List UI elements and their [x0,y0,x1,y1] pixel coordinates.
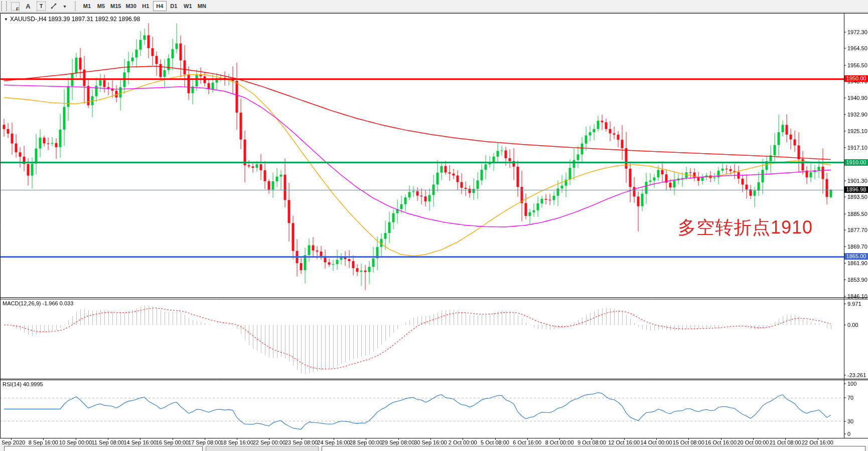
collapse-triangle-icon[interactable]: ▼ [4,17,8,22]
chart-tab-3[interactable] [322,446,865,451]
price-tick-label: 1893.50 [847,194,867,200]
macd-header: MACD(12,26,9) -1.966 0.033 [3,300,73,306]
price-tick-label: 1940.90 [847,95,867,101]
chart-tab-2[interactable] [206,446,319,451]
price-tick-label: 1925.10 [847,128,867,134]
price-tick-label: 1956.50 [847,62,867,68]
date-axis-label: 30 Sep 16:00 [414,439,447,445]
price-line-box-1950.00[interactable]: 1950.00 [844,75,868,82]
date-axis-label: 28 Sep 00:00 [350,439,382,445]
annotation-text[interactable]: 多空转折点1910 [678,215,813,240]
chart-title: ▼XAUUSD-,H4 1893.39 1897.31 1892.92 1896… [4,16,140,23]
date-axis-label: 22 Oct 16:00 [802,439,833,445]
date-axis-label: 16 Sep 00:00 [156,439,189,445]
rsi-tick-label: 0 [847,431,850,437]
macd-tick-label: 0.00 [847,322,858,328]
date-axis-label: 18 Sep 16:00 [220,439,253,445]
price-tick-label: 1861.90 [847,260,867,266]
price-line-box-1865.00[interactable]: 1865.00 [844,253,868,260]
date-axis-label: 16 Oct 16:00 [705,439,737,445]
price-tick-label: 1869.70 [847,244,867,250]
date-axis-label: 8 Oct 00:00 [545,439,574,445]
date-axis-label: 14 Oct 00:00 [641,439,672,445]
date-axis-label: 5 Oct 08:00 [481,439,509,445]
date-axis-label: 14 Sep 16:00 [123,439,156,445]
date-axis-label: 2 Oct 00:00 [449,439,477,445]
macd-tick-label: 9.971 [847,301,861,307]
date-axis-label: 8 Sep 16:00 [29,439,58,445]
price-line-box-1896.98[interactable]: 1896.98 [844,186,868,193]
price-tick-label: 1885.50 [847,211,867,217]
price-tick-label: 1932.90 [847,111,867,118]
date-axis-label: 20 Oct 00:00 [737,439,769,445]
date-axis-label: 10 Sep 00:00 [59,439,92,445]
rsi-tick-label: 70 [847,395,853,401]
symbol-ohlc-text: XAUUSD-,H4 1893.39 1897.31 1892.92 1896.… [10,16,140,23]
date-axis-label: 15 Oct 08:00 [673,439,704,445]
date-axis-label: 7 Sep 2020 [0,439,25,445]
price-line-box-1910.00[interactable]: 1910.00 [844,159,868,166]
date-axis-label: 6 Oct 16:00 [513,439,541,445]
price-tick-label: 1846.10 [847,293,867,299]
price-tick-label: 1917.10 [847,145,867,151]
price-tick-label: 1972.30 [847,29,867,35]
date-axis-label: 24 Sep 16:00 [317,439,350,445]
date-axis-label: 11 Sep 08:00 [92,439,124,445]
price-tick-label: 1877.70 [847,227,867,233]
date-axis-label: 22 Sep 00:00 [253,439,285,445]
date-axis-label: 29 Sep 08:00 [382,439,414,445]
chart-tab-1[interactable] [4,446,203,451]
date-axis-label: 9 Oct 08:00 [577,439,606,445]
chart-tab-strip [0,445,868,451]
date-axis-label: 17 Sep 08:00 [188,439,221,445]
rsi-tick-label: 100 [847,381,856,387]
macd-tick-label: -23.261 [847,372,866,378]
date-axis-label: 12 Oct 16:00 [608,439,640,445]
price-tick-label: 1964.50 [847,45,867,51]
rsi-tick-label: 30 [847,418,853,424]
date-axis-label: 23 Sep 08:00 [285,439,318,445]
rsi-header: RSI(14) 40.9995 [3,381,43,387]
price-tick-label: 1901.30 [847,178,867,184]
price-tick-label: 1853.90 [847,277,867,283]
date-axis-label: 21 Oct 08:00 [770,439,801,445]
